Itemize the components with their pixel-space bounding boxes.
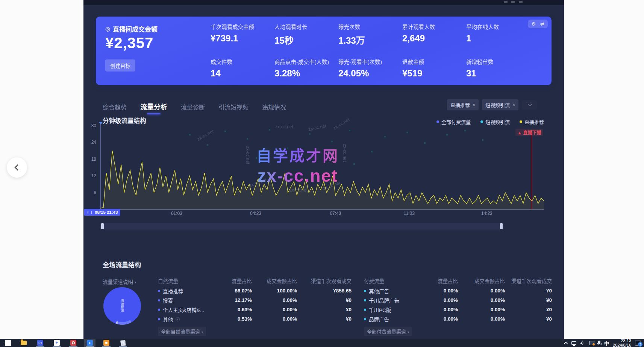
row-channel-name: 个人主页&店铺&... xyxy=(158,306,220,314)
traffic-line-chart[interactable]: ▲ 直播下播 xyxy=(100,126,544,209)
notification-icon[interactable]: 3 xyxy=(635,341,641,345)
table-row[interactable]: 其他ⓘ0.53%0.00%¥0 xyxy=(158,314,352,324)
window-control-icon[interactable] xyxy=(519,1,523,3)
channel-dot-icon xyxy=(364,318,366,320)
row-channel-name: 千川PC版 xyxy=(364,306,424,314)
live-dashboard-window: ◎ 直播间成交金额 ¥2,357 创建目标 千次观看成交金额¥739.1人均观看… xyxy=(83,0,564,339)
traffic-share-value: 86.07% xyxy=(220,288,252,294)
legend-item[interactable]: 直播推荐 xyxy=(520,118,544,125)
x-tick-label: 01:03 xyxy=(171,211,182,216)
channel-name-label: 品牌广告 xyxy=(369,315,389,323)
volume-icon[interactable] xyxy=(580,341,585,345)
tab-违规情况[interactable]: 违规情况 xyxy=(262,102,286,114)
row-channel-name: 直播推荐 xyxy=(158,287,220,295)
kpi-metric: 退款金额¥519 xyxy=(402,58,466,79)
row-channel-name: 其他广告 xyxy=(364,287,424,295)
app-pointer-icon[interactable]: ➤ xyxy=(84,339,95,347)
chevron-right-icon: › xyxy=(202,329,203,335)
table-row[interactable]: 品牌广告0.00%0.00%¥0 xyxy=(364,314,552,324)
channel-explain-link[interactable]: 流量渠道说明 › xyxy=(103,278,136,285)
notepad-icon[interactable] xyxy=(117,339,129,347)
slider-right-handle[interactable] xyxy=(500,223,503,229)
table-row[interactable]: 千川品牌广告0.00%0.00%¥0 xyxy=(364,295,552,305)
taskbar-clock[interactable]: 23:13 2024/8/16 xyxy=(613,338,631,347)
gmv-share-value: 0.00% xyxy=(458,297,505,303)
kpi-metric-label: 累计观看人数 xyxy=(402,23,466,30)
app-docs-icon[interactable]: + xyxy=(51,339,62,347)
close-icon[interactable]: × xyxy=(512,102,515,108)
stream-end-marker-line xyxy=(531,132,531,209)
app-red-icon[interactable] xyxy=(68,339,79,347)
legend-item[interactable]: 全部付费流量 xyxy=(436,118,471,125)
close-icon[interactable]: × xyxy=(473,102,475,108)
gear-icon[interactable]: ⚙ xyxy=(531,21,536,27)
kpi-metric: 累计观看人数2,649 xyxy=(402,23,466,46)
gpm-value: ¥858.65 xyxy=(297,288,352,294)
all-natural-channels-link[interactable]: 全部自然流量渠道 › xyxy=(158,327,206,336)
tray-expand-icon[interactable] xyxy=(565,342,568,344)
app-recorder-icon[interactable] xyxy=(101,339,112,347)
filter-dropdown[interactable] xyxy=(522,100,537,110)
traffic-donut-chart[interactable]: 直播推荐 xyxy=(103,287,141,325)
target-icon: ◎ xyxy=(105,26,110,32)
tab-流量分析[interactable]: 流量分析 xyxy=(140,102,167,114)
desktop: ◎ 直播间成交金额 ¥2,357 创建目标 千次观看成交金额¥739.1人均观看… xyxy=(0,0,644,347)
info-icon[interactable]: ⓘ xyxy=(176,316,180,322)
file-explorer-icon[interactable] xyxy=(18,339,29,347)
app-l1-icon[interactable]: L1 xyxy=(35,339,46,347)
chart-zoom-slider[interactable] xyxy=(100,223,503,230)
gpm-value: ¥0 xyxy=(297,307,352,312)
legend-label: 全部付费流量 xyxy=(441,118,471,125)
channel-dot-icon xyxy=(158,318,160,320)
ime-indicator[interactable]: 中 xyxy=(604,339,609,347)
scatter-dot xyxy=(446,134,448,135)
slider-left-handle[interactable] xyxy=(101,223,104,229)
filter-chip[interactable]: 直播推荐× xyxy=(447,99,479,110)
kpi-metric-label: 商品点击-成交率(人数) xyxy=(274,58,338,65)
traffic-share-value: 0.00% xyxy=(424,297,458,303)
kpi-metric-label: 曝光-观看率(次数) xyxy=(338,58,402,65)
tab-流量诊断[interactable]: 流量诊断 xyxy=(181,102,205,114)
gmv-share-value: 0.00% xyxy=(252,297,297,303)
kpi-metric: 人均观看时长15秒 xyxy=(274,23,338,46)
kpi-metrics-grid: 千次观看成交金额¥739.1人均观看时长15秒曝光次数1.33万累计观看人数2,… xyxy=(211,23,530,79)
analysis-tabs: 综合趋势流量分析流量诊断引流短视频违规情况 xyxy=(103,102,286,114)
table-header: 付费流量 流量占比 成交金额占比 渠道千次观看成交 xyxy=(364,275,552,286)
start-button[interactable] xyxy=(2,339,14,347)
gmv-share-value: 0.00% xyxy=(252,316,297,322)
banner-tools: ⚙ ⇄ xyxy=(528,20,548,28)
table-row[interactable]: 个人主页&店铺&...0.63%0.00%¥0 xyxy=(158,305,352,314)
tab-引流短视频[interactable]: 引流短视频 xyxy=(218,102,249,114)
swap-icon[interactable]: ⇄ xyxy=(540,21,544,27)
kpi-metric: 新增粉丝数31 xyxy=(466,58,530,79)
screenshot-icon[interactable] xyxy=(589,341,594,345)
table-row[interactable]: 其他广告0.00%0.00%¥0 xyxy=(364,286,552,295)
window-control-icon[interactable] xyxy=(504,1,508,3)
all-paid-channels-link[interactable]: 全部付费流量渠道 › xyxy=(364,327,412,336)
network-icon[interactable] xyxy=(571,341,576,345)
kpi-metric-label: 成交件数 xyxy=(211,58,274,65)
y-tick-label: 18 xyxy=(84,157,96,162)
paid-traffic-table: 付费流量 流量占比 成交金额占比 渠道千次观看成交 其他广告0.00%0.00%… xyxy=(364,275,552,336)
window-control-icon[interactable] xyxy=(511,1,515,3)
system-tray: 中 23:13 2024/8/16 3 xyxy=(565,339,644,347)
table-row[interactable]: 千川PC版0.00%0.00%¥0 xyxy=(364,305,552,314)
legend-label: 直播推荐 xyxy=(524,118,544,125)
kpi-metric-value: 15秒 xyxy=(274,33,338,46)
previous-button[interactable] xyxy=(7,157,27,178)
x-axis-start-badge[interactable]: ⋮⋮ 08/15 21:43 xyxy=(84,209,120,216)
kpi-metric: 曝光次数1.33万 xyxy=(338,23,402,46)
filter-chip[interactable]: 短视频引流× xyxy=(482,99,518,110)
scatter-dot xyxy=(384,136,386,137)
chevron-right-icon: › xyxy=(135,279,136,285)
table-row[interactable]: 直播推荐86.07%100.00%¥858.65 xyxy=(158,286,352,295)
table-row[interactable]: 搜索12.17%0.00%¥0 xyxy=(158,295,352,305)
kpi-metric-value: 14 xyxy=(211,68,274,79)
scatter-dot xyxy=(309,133,311,135)
legend-dot-icon xyxy=(520,120,522,123)
create-goal-button[interactable]: 创建目标 xyxy=(105,59,135,72)
gpm-value: ¥0 xyxy=(297,297,352,303)
legend-item[interactable]: 短视频引流 xyxy=(480,118,510,125)
microphone-icon[interactable] xyxy=(598,342,600,344)
tab-综合趋势[interactable]: 综合趋势 xyxy=(103,102,127,114)
